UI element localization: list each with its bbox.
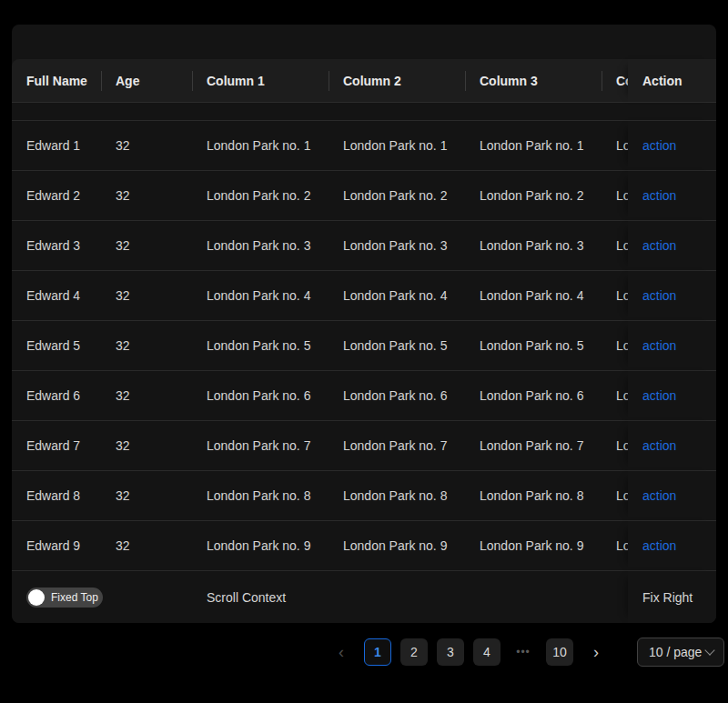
cell-column2: London Park no. 2 [343,171,447,220]
cell-age: 32 [116,271,130,320]
cell-age: 32 [116,471,130,520]
cell-column4-clipped: London Park no. 7 [616,421,628,470]
cell-column1: London Park no. 6 [207,371,310,420]
action-link[interactable]: action [642,488,676,503]
action-link[interactable]: action [642,288,676,303]
table-row: Edward 5 32 London Park no. 5 London Par… [12,321,716,371]
cell-column4-clipped: London Park no. 3 [616,221,628,270]
table-row: Edward 8 32 London Park no. 8 London Par… [12,471,716,521]
column-header-column2: Column 2 [343,59,401,102]
cell-age: 32 [116,321,130,370]
cell-column3: London Park no. 2 [480,171,583,220]
cell-column1: London Park no. 3 [207,221,310,270]
cell-column2: London Park no. 6 [343,371,447,420]
table-row: Edward 4 32 London Park no. 4 London Par… [12,271,716,321]
left-arrow-icon: ‹ [339,644,344,660]
fixed-top-switch-cell: Fixed Top [12,571,103,623]
cell-column1: London Park no. 7 [207,421,310,470]
chevron-down-icon [704,645,714,655]
action-link[interactable]: action [642,388,676,403]
cell-column1: London Park no. 2 [207,171,310,220]
cell-column3: London Park no. 8 [480,471,583,520]
cell-column4-clipped: London Park no. 2 [616,171,628,220]
cell-column4-clipped: London Park no. 9 [616,521,628,570]
cell-action-fixed: action [628,521,716,570]
cell-full-name: Edward 5 [26,321,80,370]
table-header: Full Name Age Column 1 Column 2 Column 3… [12,59,716,103]
column-header-column1: Column 1 [207,59,265,102]
action-link[interactable]: action [642,238,676,253]
next-page-button[interactable]: › [582,638,610,666]
fixed-top-switch[interactable]: Fixed Top [26,588,103,608]
header-divider [602,71,602,91]
cell-action-fixed: action [628,471,716,520]
summary-row: Fixed Top Scroll Context Fix Right [12,571,716,623]
cell-age: 32 [116,171,130,220]
cell-age: 32 [116,371,130,420]
page-button-2[interactable]: 2 [400,638,428,666]
column-header-age: Age [116,59,139,102]
cell-action-fixed: action [628,271,716,320]
switch-label: Fixed Top [51,591,98,604]
action-link[interactable]: action [642,438,676,453]
scroll-context-label: Scroll Context [207,571,286,623]
action-link[interactable]: action [642,538,676,553]
cell-column4-clipped: London Park no. 8 [616,471,628,520]
action-link[interactable]: action [642,138,676,153]
fix-right-label: Fix Right [642,590,693,605]
cell-full-name: Edward 6 [26,371,80,420]
cell-age: 32 [116,221,130,270]
cell-column2: London Park no. 4 [343,271,447,320]
cell-column3: London Park no. 6 [480,371,583,420]
cell-column1: London Park no. 9 [207,521,310,570]
cell-column2: London Park no. 5 [343,321,447,370]
page-button-1[interactable]: 1 [364,638,391,666]
column-header-column3: Column 3 [480,59,538,102]
table-row: Edward 7 32 London Park no. 7 London Par… [12,421,716,471]
cell-column4-clipped: London Park no. 6 [616,371,628,420]
cell-full-name: Edward 3 [26,221,80,270]
page-button-3[interactable]: 3 [437,638,464,666]
cell-column1: London Park no. 1 [207,121,310,170]
header-divider [192,71,193,91]
fix-right-cell: Fix Right [628,571,716,623]
table-row: Edward 3 32 London Park no. 3 London Par… [12,221,716,271]
cell-column1: London Park no. 5 [207,321,310,370]
right-arrow-icon: › [593,644,599,660]
cell-column3: London Park no. 7 [480,421,583,470]
prev-page-button[interactable]: ‹ [328,638,355,666]
cell-full-name: Edward 2 [26,171,80,220]
cell-column1: London Park no. 4 [207,271,310,320]
cell-age: 32 [116,121,130,170]
cell-action-fixed: action [628,171,716,220]
cell-column2: London Park no. 7 [343,421,447,470]
page-button-10[interactable]: 10 [546,638,573,666]
table-rows: Edward 1 32 London Park no. 1 London Par… [12,121,716,571]
cell-action-fixed: action [628,121,716,170]
action-link[interactable]: action [642,188,676,203]
cell-age: 32 [116,421,130,470]
more-pages-ellipsis-icon[interactable]: ••• [510,646,537,658]
page-size-select[interactable]: 10 / page [637,638,724,667]
switch-knob-icon [28,589,45,606]
cell-action-fixed: action [628,371,716,420]
cell-column2: London Park no. 9 [343,521,447,570]
cell-action-fixed: action [628,221,716,270]
page-size-value: 10 / page [649,645,702,659]
cell-full-name: Edward 8 [26,471,80,520]
table-row: Edward 6 32 London Park no. 6 London Par… [12,371,716,421]
header-divider [101,71,102,91]
column-header-full-name: Full Name [26,59,87,102]
table-row: Edward 2 32 London Park no. 2 London Par… [12,171,716,221]
cell-full-name: Edward 7 [26,421,80,470]
cell-action-fixed: action [628,321,716,370]
cell-action-fixed: action [628,421,716,470]
cell-column4-clipped: London Park no. 4 [616,271,628,320]
cell-column3: London Park no. 3 [480,221,583,270]
cell-column3: London Park no. 1 [480,121,583,170]
cell-column2: London Park no. 8 [343,471,447,520]
header-divider [329,71,329,91]
page-button-4[interactable]: 4 [473,638,500,666]
action-link[interactable]: action [642,338,676,353]
cell-column4-clipped: London Park no. 1 [616,121,628,170]
